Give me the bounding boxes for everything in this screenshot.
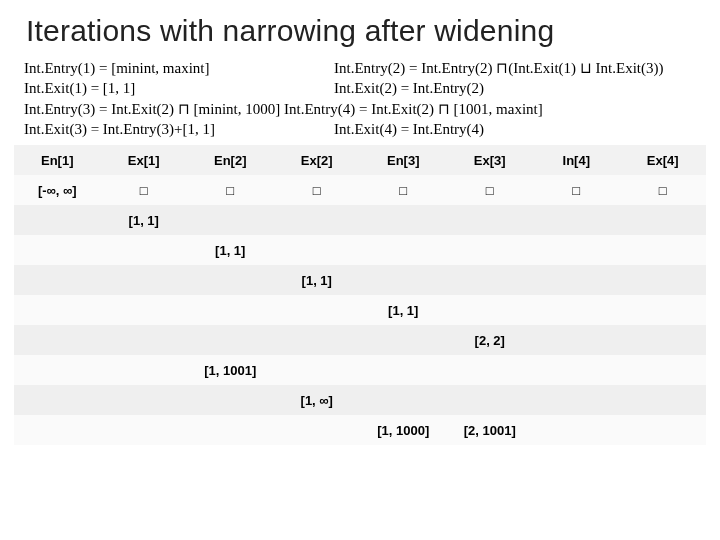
table-cell [447, 205, 534, 235]
table-cell [360, 265, 447, 295]
table-cell [274, 325, 361, 355]
table-cell [533, 205, 620, 235]
table-cell: [1, 1] [360, 295, 447, 325]
table-row: [-∞, ∞]□□□□□□□ [14, 175, 706, 205]
col-header: En[3] [360, 145, 447, 175]
table-cell [447, 295, 534, 325]
eq-exit1: Int.Exit(1) = [1, 1] [24, 78, 334, 98]
table-header-row: En[1] Ex[1] En[2] Ex[2] En[3] Ex[3] In[4… [14, 145, 706, 175]
col-header: En[2] [187, 145, 274, 175]
table-cell [14, 325, 101, 355]
table-cell: □ [447, 175, 534, 205]
table-cell: [2, 1001] [447, 415, 534, 445]
table-cell [14, 355, 101, 385]
eq-entry2: Int.Entry(2) = Int.Entry(2) ⊓(Int.Exit(1… [334, 58, 706, 78]
table-cell [274, 355, 361, 385]
table-cell [14, 295, 101, 325]
table-cell [101, 265, 188, 295]
table-cell [187, 325, 274, 355]
iteration-table: En[1] Ex[1] En[2] Ex[2] En[3] Ex[3] In[4… [14, 145, 706, 445]
table-cell: □ [101, 175, 188, 205]
table-cell [14, 235, 101, 265]
table-cell [14, 415, 101, 445]
table-cell [620, 325, 707, 355]
table-cell: [-∞, ∞] [14, 175, 101, 205]
table-cell [187, 385, 274, 415]
table-cell [101, 325, 188, 355]
table-cell [187, 265, 274, 295]
equation-block: Int.Entry(1) = [minint, maxint] Int.Entr… [24, 58, 706, 139]
table-cell [360, 385, 447, 415]
table-row: [2, 2] [14, 325, 706, 355]
table-row: [1, 1] [14, 295, 706, 325]
table-cell [620, 355, 707, 385]
table-cell: [1, 1000] [360, 415, 447, 445]
table-cell [533, 295, 620, 325]
table-row: [1, 1001] [14, 355, 706, 385]
table-cell: □ [187, 175, 274, 205]
table-row: [1, 1] [14, 205, 706, 235]
table-cell [101, 235, 188, 265]
col-header: Ex[3] [447, 145, 534, 175]
table-cell [274, 235, 361, 265]
table-cell: [1, 1] [274, 265, 361, 295]
table-cell [620, 295, 707, 325]
table-cell: □ [620, 175, 707, 205]
table-cell [620, 235, 707, 265]
table-row: [1, ∞] [14, 385, 706, 415]
table-cell [620, 205, 707, 235]
eq-entry3-entry4: Int.Entry(3) = Int.Exit(2) ⊓ [minint, 10… [24, 99, 706, 119]
col-header: En[1] [14, 145, 101, 175]
table-cell [187, 415, 274, 445]
table-cell [447, 235, 534, 265]
table-cell [101, 355, 188, 385]
table-row: [1, 1] [14, 235, 706, 265]
table-cell [360, 205, 447, 235]
col-header: Ex[4] [620, 145, 707, 175]
table-cell [187, 295, 274, 325]
col-header: Ex[2] [274, 145, 361, 175]
table-cell [533, 325, 620, 355]
table-cell [447, 265, 534, 295]
eq-entry1: Int.Entry(1) = [minint, maxint] [24, 58, 334, 78]
col-header: In[4] [533, 145, 620, 175]
table-cell [533, 235, 620, 265]
table-cell [14, 265, 101, 295]
table-cell [274, 205, 361, 235]
table-cell [360, 355, 447, 385]
col-header: Ex[1] [101, 145, 188, 175]
table-cell: [1, 1001] [187, 355, 274, 385]
table-row: [1, 1000][2, 1001] [14, 415, 706, 445]
table-cell: [2, 2] [447, 325, 534, 355]
table-cell [447, 355, 534, 385]
table-cell [533, 415, 620, 445]
table-cell [533, 355, 620, 385]
table-cell: □ [360, 175, 447, 205]
table-cell: □ [533, 175, 620, 205]
table-cell [620, 265, 707, 295]
table-cell [101, 385, 188, 415]
table-row: [1, 1] [14, 265, 706, 295]
table-cell [274, 295, 361, 325]
eq-exit2: Int.Exit(2) = Int.Entry(2) [334, 78, 706, 98]
table-cell [101, 295, 188, 325]
table-cell: □ [274, 175, 361, 205]
table-cell [447, 385, 534, 415]
table-cell [274, 415, 361, 445]
table-cell [360, 325, 447, 355]
table-cell [14, 385, 101, 415]
table-cell [187, 205, 274, 235]
table-cell [533, 265, 620, 295]
table-cell: [1, 1] [187, 235, 274, 265]
table-cell: [1, ∞] [274, 385, 361, 415]
table-cell [533, 385, 620, 415]
table-cell [620, 415, 707, 445]
eq-exit4: Int.Exit(4) = Int.Entry(4) [334, 119, 706, 139]
table-cell [14, 205, 101, 235]
table-cell [101, 415, 188, 445]
slide-title: Iterations with narrowing after widening [26, 14, 706, 48]
table-cell: [1, 1] [101, 205, 188, 235]
eq-exit3: Int.Exit(3) = Int.Entry(3)+[1, 1] [24, 119, 334, 139]
table-cell [620, 385, 707, 415]
table-cell [360, 235, 447, 265]
